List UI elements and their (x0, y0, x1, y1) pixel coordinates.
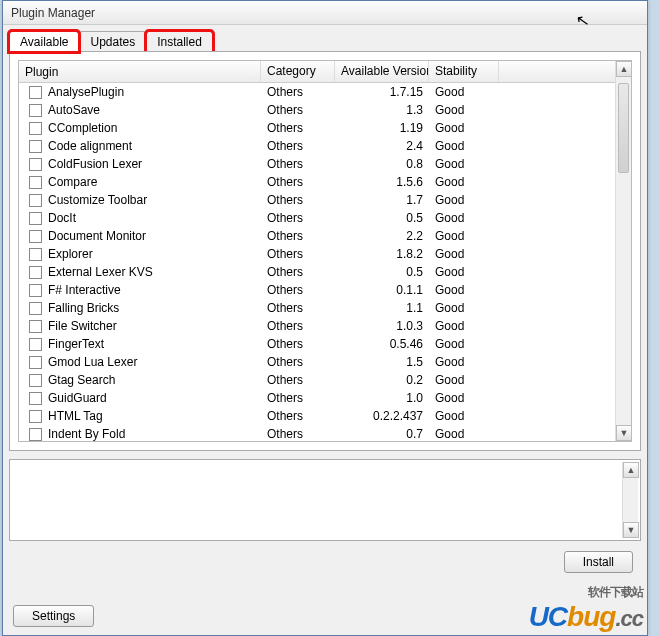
row-checkbox[interactable] (29, 410, 42, 423)
row-checkbox[interactable] (29, 122, 42, 135)
plugin-category: Others (261, 139, 335, 153)
plugin-version: 1.5 (335, 355, 429, 369)
plugin-version: 1.1 (335, 301, 429, 315)
table-row[interactable]: AnalysePluginOthers1.7.15Good (19, 83, 631, 101)
plugin-stability: Good (429, 283, 499, 297)
column-header-spacer (499, 61, 631, 82)
row-checkbox[interactable] (29, 374, 42, 387)
plugin-listview[interactable]: Plugin Category Available Version Stabil… (18, 60, 632, 442)
plugin-category: Others (261, 409, 335, 423)
watermark-bug: bug (567, 601, 615, 632)
plugin-name: Indent By Fold (48, 427, 125, 441)
plugin-version: 1.5.6 (335, 175, 429, 189)
plugin-stability: Good (429, 193, 499, 207)
table-row[interactable]: F# InteractiveOthers0.1.1Good (19, 281, 631, 299)
plugin-category: Others (261, 229, 335, 243)
plugin-category: Others (261, 103, 335, 117)
scroll-down-icon[interactable]: ▼ (616, 425, 632, 441)
settings-button[interactable]: Settings (13, 605, 94, 627)
table-row[interactable]: ExplorerOthers1.8.2Good (19, 245, 631, 263)
scroll-up-icon[interactable]: ▲ (616, 61, 632, 77)
plugin-category: Others (261, 193, 335, 207)
tab-available[interactable]: Available (9, 31, 79, 52)
row-checkbox[interactable] (29, 248, 42, 261)
table-row[interactable]: FingerTextOthers0.5.46Good (19, 335, 631, 353)
row-checkbox[interactable] (29, 212, 42, 225)
plugin-category: Others (261, 121, 335, 135)
row-checkbox[interactable] (29, 140, 42, 153)
row-checkbox[interactable] (29, 86, 42, 99)
table-row[interactable]: AutoSaveOthers1.3Good (19, 101, 631, 119)
plugin-version: 0.5 (335, 265, 429, 279)
plugin-name: Code alignment (48, 139, 132, 153)
table-row[interactable]: HTML TagOthers0.2.2.437Good (19, 407, 631, 425)
row-checkbox[interactable] (29, 284, 42, 297)
plugin-stability: Good (429, 265, 499, 279)
listview-header: Plugin Category Available Version Stabil… (19, 61, 631, 83)
column-header-version[interactable]: Available Version (335, 61, 429, 82)
install-button[interactable]: Install (564, 551, 633, 573)
plugin-name: File Switcher (48, 319, 117, 333)
table-row[interactable]: External Lexer KVSOthers0.5Good (19, 263, 631, 281)
plugin-stability: Good (429, 373, 499, 387)
table-row[interactable]: CCompletionOthers1.19Good (19, 119, 631, 137)
row-checkbox[interactable] (29, 266, 42, 279)
table-row[interactable]: Falling BricksOthers1.1Good (19, 299, 631, 317)
table-row[interactable]: Customize ToolbarOthers1.7Good (19, 191, 631, 209)
plugin-stability: Good (429, 139, 499, 153)
table-row[interactable]: ColdFusion LexerOthers0.8Good (19, 155, 631, 173)
table-row[interactable]: GuidGuardOthers1.0Good (19, 389, 631, 407)
plugin-version: 1.7.15 (335, 85, 429, 99)
plugin-stability: Good (429, 175, 499, 189)
plugin-stability: Good (429, 337, 499, 351)
plugin-name: Customize Toolbar (48, 193, 147, 207)
row-checkbox[interactable] (29, 428, 42, 441)
row-checkbox[interactable] (29, 320, 42, 333)
row-checkbox[interactable] (29, 230, 42, 243)
row-checkbox[interactable] (29, 194, 42, 207)
row-checkbox[interactable] (29, 176, 42, 189)
column-header-plugin[interactable]: Plugin (19, 61, 261, 82)
row-checkbox[interactable] (29, 338, 42, 351)
row-checkbox[interactable] (29, 356, 42, 369)
plugin-category: Others (261, 391, 335, 405)
row-checkbox[interactable] (29, 302, 42, 315)
plugin-description-box: ▲ ▼ (9, 459, 641, 541)
listview-scrollbar[interactable]: ▲ ▼ (615, 61, 631, 441)
scroll-down-icon[interactable]: ▼ (623, 522, 639, 538)
plugin-stability: Good (429, 157, 499, 171)
column-header-stability[interactable]: Stability (429, 61, 499, 82)
row-checkbox[interactable] (29, 392, 42, 405)
table-row[interactable]: Code alignmentOthers2.4Good (19, 137, 631, 155)
tab-updates[interactable]: Updates (79, 31, 146, 52)
row-checkbox[interactable] (29, 104, 42, 117)
plugin-name: GuidGuard (48, 391, 107, 405)
plugin-version: 1.19 (335, 121, 429, 135)
table-row[interactable]: Indent By FoldOthers0.7Good (19, 425, 631, 441)
plugin-version: 1.8.2 (335, 247, 429, 261)
plugin-version: 0.5 (335, 211, 429, 225)
tab-installed[interactable]: Installed (146, 31, 213, 52)
table-row[interactable]: CompareOthers1.5.6Good (19, 173, 631, 191)
table-row[interactable]: Gmod Lua LexerOthers1.5Good (19, 353, 631, 371)
scroll-thumb[interactable] (618, 83, 629, 173)
description-scrollbar[interactable]: ▲ ▼ (622, 462, 638, 538)
table-row[interactable]: File SwitcherOthers1.0.3Good (19, 317, 631, 335)
plugin-category: Others (261, 157, 335, 171)
table-row[interactable]: DocItOthers0.5Good (19, 209, 631, 227)
plugin-version: 0.1.1 (335, 283, 429, 297)
plugin-stability: Good (429, 85, 499, 99)
listview-body[interactable]: AnalysePluginOthers1.7.15GoodAutoSaveOth… (19, 83, 631, 441)
table-row[interactable]: Document MonitorOthers2.2Good (19, 227, 631, 245)
plugin-category: Others (261, 265, 335, 279)
column-header-category[interactable]: Category (261, 61, 335, 82)
tabstrip: Available Updates Installed (3, 25, 647, 51)
scroll-up-icon[interactable]: ▲ (623, 462, 639, 478)
plugin-name: HTML Tag (48, 409, 103, 423)
plugin-stability: Good (429, 301, 499, 315)
row-checkbox[interactable] (29, 158, 42, 171)
plugin-version: 0.7 (335, 427, 429, 441)
plugin-category: Others (261, 175, 335, 189)
table-row[interactable]: Gtag SearchOthers0.2Good (19, 371, 631, 389)
plugin-version: 1.0.3 (335, 319, 429, 333)
